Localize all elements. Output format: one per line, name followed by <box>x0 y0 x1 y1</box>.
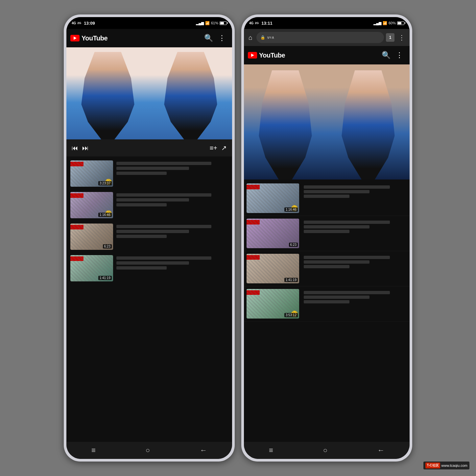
left-battery-fill <box>220 22 224 24</box>
right-thumb-3[interactable]: 1:41:19 <box>247 254 299 283</box>
right-line-1b <box>304 190 369 193</box>
left-nav-menu[interactable]: ≡ <box>91 446 96 455</box>
left-phone: 4G 2G 13:09 ▂▄▆ 📶 61% <box>64 14 235 462</box>
right-thumb-1[interactable]: 1:16:46 <box>247 183 299 213</box>
right-nav-menu[interactable]: ≡ <box>269 446 273 455</box>
right-line-3c <box>304 265 349 268</box>
left-playlist-btn[interactable]: ≡+ <box>210 144 217 152</box>
right-battery-icon <box>397 21 404 25</box>
right-browser-home[interactable]: ⌂ <box>247 32 254 43</box>
left-video-item-3[interactable]: 6:23 <box>66 221 232 252</box>
right-phone: 4G 2G 13:11 ▂▄▆ 📶 60% ⌂ 🔒 v <box>241 14 412 462</box>
left-yt-icon <box>70 35 80 41</box>
left-more-icon[interactable]: ⋮ <box>216 31 228 45</box>
left-share-btn[interactable]: ↗ <box>221 144 227 152</box>
tc-badge: T-C社区 <box>425 463 440 468</box>
right-more-icon[interactable]: ⋮ <box>393 48 406 62</box>
left-playback-controls: ⏮ ⏭ ≡+ ↗ <box>66 139 232 156</box>
left-line-2a <box>116 193 211 197</box>
left-battery-pct: 61% <box>211 21 218 25</box>
right-line-4a <box>304 291 390 294</box>
right-duration-2: 6:23 <box>289 243 298 247</box>
right-line-3b <box>304 260 369 264</box>
right-yt-logo: YouTube <box>248 52 285 59</box>
screenshot-container: 4G 2G 13:09 ▂▄▆ 📶 61% <box>0 0 476 476</box>
right-duration-4: 3:53:12 <box>284 313 298 317</box>
left-hero-video[interactable] <box>66 47 232 139</box>
right-video-item-4[interactable]: 3:53:12 <box>244 286 410 321</box>
right-app-bar: YouTube 🔍 ⋮ <box>244 46 410 64</box>
left-video-item-1[interactable]: 3:23:37 <box>66 158 232 189</box>
left-hero-half-right <box>149 47 232 139</box>
right-wifi-icon: 📶 <box>383 21 387 25</box>
left-line-3c <box>116 235 167 238</box>
right-signal-2g: 2G <box>255 21 259 25</box>
right-hero-half-left <box>244 64 327 179</box>
right-line-3a <box>304 256 390 259</box>
right-video-list[interactable]: 1:16:46 6:23 <box>244 179 410 442</box>
left-search-icon[interactable]: 🔍 <box>202 31 216 45</box>
right-figure-silhouette-2 <box>335 70 401 180</box>
right-line-2a <box>304 221 390 224</box>
left-thumb-1[interactable]: 3:23:37 <box>70 160 113 187</box>
left-wifi-icon: 📶 <box>205 21 210 25</box>
left-line-1c <box>116 172 167 175</box>
left-status-left: 4G 2G 13:09 <box>72 21 95 26</box>
left-nav-back[interactable]: ← <box>200 446 207 455</box>
right-status-bar: 4G 2G 13:11 ▂▄▆ 📶 60% <box>244 17 410 29</box>
right-video-item-3[interactable]: 1:41:19 <box>244 251 410 286</box>
tc-site: www.tcaqiu.com <box>441 464 467 467</box>
left-thumb-3[interactable]: 6:23 <box>70 224 113 250</box>
left-video-list[interactable]: 3:23:37 <box>66 156 232 442</box>
right-video-item-2[interactable]: 6:23 <box>244 216 410 251</box>
left-prev-btn[interactable]: ⏮ <box>72 144 78 152</box>
left-video-item-2[interactable]: 1:16:46 <box>66 189 232 221</box>
left-figure-silhouette-1 <box>75 52 141 139</box>
left-line-1a <box>116 162 211 165</box>
right-nav-back[interactable]: ← <box>377 446 385 455</box>
left-thumb-2[interactable]: 1:16:46 <box>70 192 113 218</box>
right-url-text: v=∧ <box>267 35 380 40</box>
left-next-btn[interactable]: ⏭ <box>82 144 89 152</box>
left-line-4c <box>116 266 167 270</box>
left-signal-4g: 4G <box>72 21 76 25</box>
left-ctrl-right: ≡+ ↗ <box>210 144 227 152</box>
right-line-4c <box>304 300 349 303</box>
right-thumb-4[interactable]: 3:53:12 <box>247 289 299 319</box>
left-nav-bar: ≡ ○ ← <box>66 442 232 459</box>
right-yt-icon <box>248 52 257 59</box>
left-nav-home[interactable]: ○ <box>146 446 150 455</box>
left-info-2 <box>116 192 228 206</box>
right-time: 13:11 <box>261 21 272 26</box>
left-status-bar: 4G 2G 13:09 ▂▄▆ 📶 61% <box>66 17 232 29</box>
right-info-1 <box>302 183 407 200</box>
right-nav-home[interactable]: ○ <box>323 446 327 455</box>
right-line-2b <box>304 225 369 228</box>
right-browser-menu[interactable]: ⋮ <box>396 32 407 43</box>
left-info-4 <box>116 255 228 270</box>
right-tab-count[interactable]: 1 <box>386 33 394 42</box>
left-yt-title: YouTube <box>82 35 107 42</box>
right-url-bar[interactable]: 🔒 v=∧ <box>256 32 384 43</box>
right-thumb-2[interactable]: 6:23 <box>247 219 299 248</box>
left-thumb-4[interactable]: 1:41:19 <box>70 255 113 281</box>
tc-watermark: T-C社区 www.tcaqiu.com <box>423 462 469 469</box>
right-search-icon[interactable]: 🔍 <box>379 48 393 62</box>
right-info-2 <box>302 219 407 235</box>
left-line-3a <box>116 225 211 228</box>
right-signal-bars: ▂▄▆ <box>373 21 381 25</box>
right-figure-silhouette-1 <box>252 70 319 180</box>
right-battery-pct: 60% <box>389 21 396 25</box>
left-video-item-4[interactable]: 1:41:19 <box>66 252 232 284</box>
left-battery-icon <box>220 21 227 25</box>
left-hero-figure <box>66 47 232 139</box>
left-status-right: ▂▄▆ 📶 61% <box>196 21 227 25</box>
left-duration-1: 3:23:37 <box>98 181 112 185</box>
right-video-item-1[interactable]: 1:16:46 <box>244 181 410 216</box>
right-line-4b <box>304 296 369 299</box>
right-yt-title: YouTube <box>259 52 285 59</box>
left-yt-play <box>74 36 77 40</box>
right-hero-video[interactable] <box>244 64 410 179</box>
left-signal-bars: ▂▄▆ <box>196 21 204 25</box>
left-figure-silhouette-2 <box>157 52 224 139</box>
